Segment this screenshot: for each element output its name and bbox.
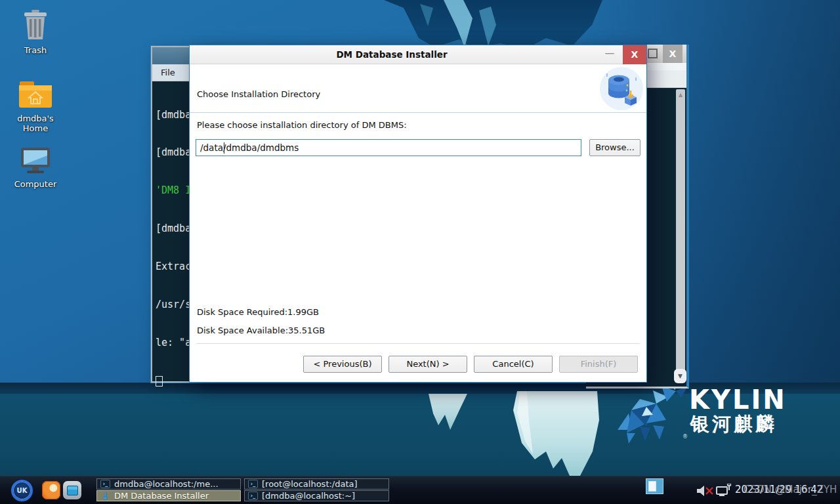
browse-button[interactable]: Browse...	[589, 139, 640, 156]
watermark: CSDN @Major_ZYH	[744, 484, 837, 495]
step-title: Choose Installation Directory	[197, 89, 320, 99]
close-button[interactable]: X	[663, 45, 682, 63]
workspace-window-icon	[648, 481, 656, 492]
terminal-icon: ›_	[248, 480, 258, 488]
desktop-icon-label: dmdba's Home	[8, 114, 63, 133]
minimize-button[interactable]: —	[599, 45, 620, 64]
task-terminal-dmdba[interactable]: ›_ [dmdba@localhost:~]	[244, 490, 389, 501]
database-icon	[604, 71, 639, 106]
dialog-header: Choose Installation Directory	[190, 64, 646, 113]
terminal-cursor	[156, 376, 163, 387]
kylin-brand-subtitle: 银河麒麟	[690, 413, 777, 434]
dialog-titlebar[interactable]: DM Database Installer — X	[190, 45, 646, 64]
installer-dialog: DM Database Installer — X Choose Install…	[189, 45, 647, 383]
workspace-switcher[interactable]	[646, 478, 663, 494]
finish-button[interactable]: Finish(F)	[559, 356, 638, 373]
previous-button[interactable]: < Previous(B)	[303, 356, 382, 373]
desktop-icon-trash[interactable]: Trash	[8, 9, 63, 55]
task-dm-installer[interactable]: ↓ DM Database Installer	[96, 490, 241, 501]
scroll-up-icon[interactable]: ▲	[676, 90, 685, 99]
kylin-brand-title: KYLIN	[689, 387, 787, 413]
database-icon-badge	[600, 67, 643, 110]
text-caret	[224, 142, 224, 154]
task-label: dmdba@localhost:/me...	[114, 479, 219, 489]
drawer-icon	[67, 486, 78, 495]
down-arrow-icon: ↓	[100, 492, 110, 501]
close-button[interactable]: X	[623, 45, 646, 64]
home-folder-icon	[18, 80, 52, 109]
trash-icon	[20, 9, 51, 41]
next-button[interactable]: Next(N) >	[388, 356, 467, 373]
maximize-button[interactable]	[648, 49, 658, 58]
separator	[196, 343, 640, 344]
ukui-menu-button[interactable]: UK	[11, 480, 33, 501]
task-label: [root@localhost:/data]	[262, 479, 358, 489]
disk-space-available: Disk Space Available:35.51GB	[197, 326, 325, 335]
directory-input[interactable]	[196, 139, 581, 156]
computer-icon	[19, 147, 52, 175]
scroll-down-icon[interactable]: ▼	[674, 369, 686, 383]
terminal-icon: ›_	[248, 492, 258, 500]
disk-space-required: Disk Space Required:1.99GB	[197, 307, 319, 317]
task-terminal-root[interactable]: ›_ [root@localhost:/data]	[244, 478, 389, 490]
scrollbar[interactable]: ▲ ▼	[676, 89, 685, 378]
desktop-icon-home[interactable]: dmdba's Home	[8, 80, 63, 133]
svg-text:®: ®	[682, 434, 688, 440]
task-label: DM Database Installer	[114, 491, 209, 501]
network-icon[interactable]	[715, 484, 732, 497]
desktop: ® KYLIN 银河麒麟 Trash dmdba's Home	[0, 0, 840, 504]
file-manager-icon[interactable]	[63, 481, 81, 499]
directory-prompt: Please choose installation directory of …	[197, 120, 407, 130]
firefox-icon[interactable]	[42, 481, 60, 499]
dialog-title: DM Database Installer	[190, 45, 594, 64]
desktop-icon-label: Trash	[8, 45, 63, 55]
task-label: [dmdba@localhost:~]	[262, 491, 355, 501]
desktop-icon-computer[interactable]: Computer	[8, 147, 63, 189]
task-terminal-media[interactable]: ›_ dmdba@localhost:/me...	[96, 478, 241, 490]
terminal-icon: ›_	[100, 480, 110, 488]
taskbar: UK ›_ dmdba@localhost:/me... ›_ [root@lo…	[0, 476, 840, 504]
desktop-icon-label: Computer	[8, 179, 63, 189]
menu-file[interactable]: File	[161, 68, 175, 77]
volume-muted-icon[interactable]	[696, 485, 714, 497]
cancel-button[interactable]: Cancel(C)	[474, 356, 553, 373]
